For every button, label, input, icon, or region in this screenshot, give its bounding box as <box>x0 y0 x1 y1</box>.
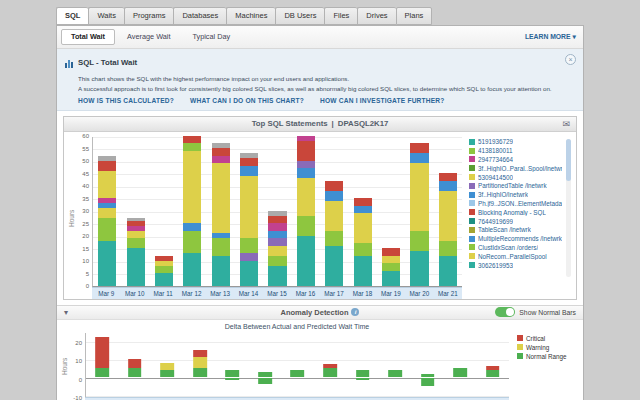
bar-segment[interactable] <box>212 256 230 286</box>
anomaly-bar-mar-19[interactable] <box>421 374 435 378</box>
stacked-bar-mar-17[interactable] <box>325 181 343 286</box>
x-label-mar-14[interactable]: Mar 14 <box>234 290 262 297</box>
collapse-icon[interactable]: ▾ <box>64 308 68 317</box>
legend-item[interactable]: 3f..HighIO..Paral..Spool/lnetwrk <box>469 164 562 173</box>
bar-segment[interactable] <box>439 256 457 286</box>
bar-segment[interactable] <box>183 136 201 144</box>
bar-segment[interactable] <box>297 168 315 178</box>
legend-item[interactable]: 3f..HighIO/lnetwrk <box>469 190 562 199</box>
bar-segment[interactable] <box>98 171 116 199</box>
x-label-mar-20[interactable]: Mar 20 <box>405 290 433 297</box>
bar-segment[interactable] <box>98 208 116 218</box>
bar-segment[interactable] <box>128 368 142 377</box>
bar-segment[interactable] <box>356 378 370 380</box>
banner-link-1[interactable]: HOW IS THIS CALCULATED? <box>78 97 174 104</box>
bar-segment[interactable] <box>439 173 457 181</box>
bar-segment[interactable] <box>297 236 315 286</box>
bar-segment[interactable] <box>183 231 201 254</box>
tab-waits[interactable]: Waits <box>88 7 123 25</box>
bar-segment[interactable] <box>439 241 457 256</box>
stacked-bar-mar-14[interactable] <box>240 153 258 286</box>
bar-segment[interactable] <box>356 370 370 377</box>
bar-segment[interactable] <box>127 231 145 239</box>
bar-segment[interactable] <box>382 263 400 271</box>
stacked-bar-mar-16[interactable] <box>297 136 315 286</box>
bar-segment[interactable] <box>297 216 315 236</box>
tab-drives[interactable]: Drives <box>357 7 395 25</box>
bar-segment[interactable] <box>354 213 372 243</box>
bar-segment[interactable] <box>258 372 272 377</box>
bar-segment[interactable] <box>410 143 428 153</box>
bar-segment[interactable] <box>240 238 258 253</box>
bar-segment[interactable] <box>291 370 305 377</box>
bar-segment[interactable] <box>183 223 201 231</box>
bar-segment[interactable] <box>439 191 457 241</box>
bar-segment[interactable] <box>193 368 207 377</box>
tab-plans[interactable]: Plans <box>396 7 433 25</box>
bar-segment[interactable] <box>410 163 428 231</box>
bar-segment[interactable] <box>323 368 337 377</box>
legend-item[interactable]: PartitionedTable /lnetwrk <box>469 181 562 190</box>
bar-segment[interactable] <box>193 357 207 368</box>
subtab-average-wait[interactable]: Average Wait <box>117 29 180 45</box>
bar-segment[interactable] <box>258 378 272 383</box>
bar-segment[interactable] <box>325 201 343 231</box>
bar-segment[interactable] <box>439 181 457 191</box>
anomaly-bar-mar-21[interactable] <box>486 366 500 377</box>
bar-segment[interactable] <box>240 261 258 286</box>
anomaly-bar-mar-18[interactable] <box>388 370 402 377</box>
bar-segment[interactable] <box>98 241 116 286</box>
bar-segment[interactable] <box>325 181 343 191</box>
toggle-switch[interactable] <box>495 307 515 317</box>
anomaly-bar-mar-20[interactable] <box>453 368 467 377</box>
bar-segment[interactable] <box>382 256 400 264</box>
bar-segment[interactable] <box>297 141 315 161</box>
bar-segment[interactable] <box>183 151 201 224</box>
bar-segment[interactable] <box>128 359 142 368</box>
close-icon[interactable]: × <box>565 54 576 65</box>
bar-segment[interactable] <box>325 246 343 286</box>
anomaly-bar-mar-16[interactable] <box>323 364 337 377</box>
bar-segment[interactable] <box>95 368 109 377</box>
bar-segment[interactable] <box>325 231 343 246</box>
tab-sql[interactable]: SQL <box>56 7 88 25</box>
tab-machines[interactable]: Machines <box>226 7 275 25</box>
bar-segment[interactable] <box>226 370 240 377</box>
bar-segment[interactable] <box>354 198 372 206</box>
anomaly-bar-mar-11[interactable] <box>161 363 175 378</box>
bar-segment[interactable] <box>410 251 428 286</box>
stacked-bar-mar-13[interactable] <box>212 143 230 286</box>
stacked-bar-mar-9[interactable] <box>98 156 116 286</box>
bar-segment[interactable] <box>388 370 402 377</box>
x-label-mar-21[interactable]: Mar 21 <box>434 290 462 297</box>
bar-segment[interactable] <box>268 256 286 266</box>
legend-item[interactable]: 5309414500 <box>469 173 562 182</box>
stacked-bar-mar-18[interactable] <box>354 198 372 286</box>
bar-segment[interactable] <box>354 206 372 214</box>
tab-databases[interactable]: Databases <box>173 7 226 25</box>
anomaly-bar-mar-15[interactable] <box>291 370 305 377</box>
bar-segment[interactable] <box>240 253 258 261</box>
stacked-bar-mar-11[interactable] <box>155 256 173 286</box>
stacked-bar-mar-20[interactable] <box>410 143 428 286</box>
anomaly-bar-negative-mar-19[interactable] <box>421 378 435 385</box>
bar-segment[interactable] <box>127 238 145 248</box>
scrollbar-thumb[interactable] <box>566 139 571 181</box>
legend-item[interactable]: Blocking Anomaly - SQL <box>469 208 562 217</box>
bar-segment[interactable] <box>297 161 315 169</box>
x-label-mar-17[interactable]: Mar 17 <box>320 290 348 297</box>
tab-db-users[interactable]: DB Users <box>275 7 324 25</box>
bar-segment[interactable] <box>486 370 500 377</box>
banner-link-3[interactable]: HOW CAN I INVESTIGATE FURTHER? <box>320 97 445 104</box>
bar-segment[interactable] <box>95 337 109 368</box>
anomaly-bar-mar-10[interactable] <box>128 359 142 377</box>
bar-segment[interactable] <box>410 153 428 163</box>
stacked-bar-mar-10[interactable] <box>127 218 145 286</box>
bar-segment[interactable] <box>183 253 201 286</box>
x-label-mar-16[interactable]: Mar 16 <box>291 290 319 297</box>
tab-programs[interactable]: Programs <box>124 7 174 25</box>
anomaly-bar-negative-mar-14[interactable] <box>258 378 272 383</box>
bar-segment[interactable] <box>421 374 435 378</box>
bar-segment[interactable] <box>212 163 230 233</box>
subtab-total-wait[interactable]: Total Wait <box>61 29 115 45</box>
